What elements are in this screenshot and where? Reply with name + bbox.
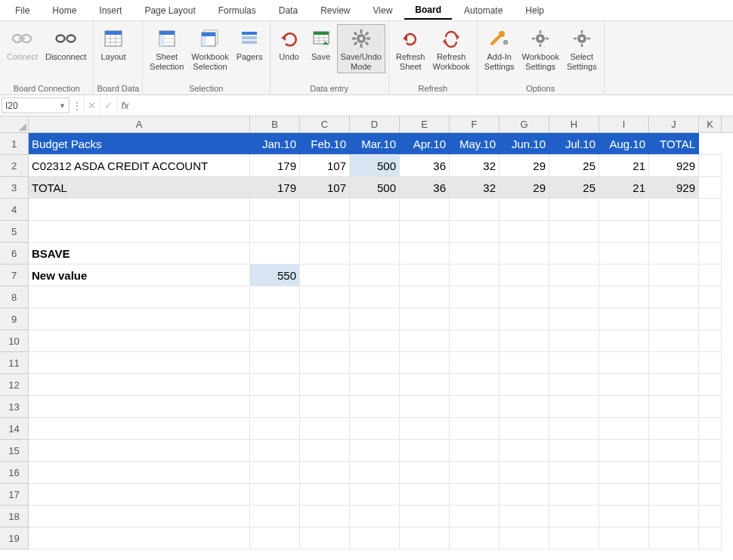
row-header-19[interactable]: 19 <box>0 528 28 549</box>
cell[interactable] <box>350 286 400 308</box>
cell[interactable] <box>300 440 350 462</box>
col-header-h[interactable]: H <box>549 116 599 132</box>
cell[interactable] <box>599 286 649 308</box>
cell[interactable] <box>499 418 549 440</box>
cells-area[interactable]: Budget Packs Jan.10 Feb.10 Mar.10 Apr.10… <box>29 133 733 560</box>
cell[interactable] <box>649 374 699 396</box>
cell-g3[interactable]: 29 <box>499 177 549 199</box>
cell[interactable] <box>29 528 250 549</box>
cell[interactable] <box>649 352 699 374</box>
cell[interactable] <box>250 440 300 462</box>
cell[interactable] <box>699 286 722 308</box>
cell[interactable] <box>499 265 549 286</box>
cell-f2[interactable]: 32 <box>450 155 499 177</box>
cell[interactable] <box>699 374 722 396</box>
cell[interactable] <box>649 330 699 352</box>
cell[interactable] <box>250 221 300 243</box>
cell[interactable] <box>649 462 699 484</box>
cell[interactable] <box>450 396 499 418</box>
row-header-4[interactable]: 4 <box>0 199 28 221</box>
cell[interactable] <box>499 199 549 221</box>
formula-cancel-icon[interactable]: ✕ <box>83 95 100 116</box>
cell[interactable] <box>400 528 450 549</box>
cell[interactable] <box>549 462 599 484</box>
cell[interactable] <box>250 286 300 308</box>
cell-e1[interactable]: Apr.10 <box>400 133 450 155</box>
cell[interactable] <box>450 462 499 484</box>
cell[interactable] <box>649 506 699 528</box>
cell-d3[interactable]: 500 <box>350 177 400 199</box>
cell[interactable] <box>350 484 400 506</box>
row-header-1[interactable]: 1 <box>0 133 28 155</box>
cell[interactable] <box>649 265 699 286</box>
cell[interactable] <box>300 418 350 440</box>
cell[interactable] <box>250 418 300 440</box>
cell[interactable] <box>250 528 300 549</box>
cell[interactable] <box>400 396 450 418</box>
cell[interactable] <box>300 528 350 549</box>
row-header-8[interactable]: 8 <box>0 286 28 308</box>
row-header-14[interactable]: 14 <box>0 418 28 440</box>
cell[interactable] <box>400 418 450 440</box>
cell[interactable] <box>499 396 549 418</box>
cell[interactable] <box>450 330 499 352</box>
cell[interactable] <box>350 462 400 484</box>
cell[interactable] <box>699 396 722 418</box>
cell[interactable] <box>549 286 599 308</box>
cell[interactable] <box>549 308 599 330</box>
cell-i2[interactable]: 21 <box>599 155 649 177</box>
connect-button[interactable]: Connect <box>3 24 42 64</box>
cell[interactable] <box>599 396 649 418</box>
cell-b2[interactable]: 179 <box>250 155 300 177</box>
cell[interactable] <box>350 528 400 549</box>
cell[interactable] <box>29 484 250 506</box>
name-box-handle[interactable]: ⋮ <box>71 95 83 116</box>
cell-a1[interactable]: Budget Packs <box>29 133 250 155</box>
cell[interactable] <box>450 352 499 374</box>
cell[interactable] <box>450 221 499 243</box>
cell[interactable] <box>400 286 450 308</box>
cell[interactable] <box>450 528 499 549</box>
cell[interactable] <box>350 396 400 418</box>
cell-a6[interactable]: BSAVE <box>29 243 250 265</box>
cell[interactable] <box>350 330 400 352</box>
cell[interactable] <box>400 243 450 265</box>
cell[interactable] <box>699 462 722 484</box>
col-header-a[interactable]: A <box>29 116 250 132</box>
cell[interactable] <box>499 221 549 243</box>
cell[interactable] <box>599 440 649 462</box>
cell[interactable] <box>350 374 400 396</box>
row-header-17[interactable]: 17 <box>0 484 28 506</box>
cell[interactable] <box>29 308 250 330</box>
cell[interactable] <box>699 221 722 243</box>
cell[interactable] <box>250 308 300 330</box>
cell[interactable] <box>499 528 549 549</box>
cell[interactable] <box>499 440 549 462</box>
refresh-workbook-button[interactable]: Refresh Workbook <box>428 24 473 73</box>
cell[interactable] <box>250 506 300 528</box>
cell[interactable] <box>549 243 599 265</box>
cell-j1[interactable]: TOTAL <box>649 133 699 155</box>
cell[interactable] <box>699 243 722 265</box>
cell[interactable] <box>599 308 649 330</box>
cell-k1[interactable] <box>699 133 722 155</box>
select-all-corner[interactable] <box>0 116 29 133</box>
cell-a5[interactable] <box>29 221 250 243</box>
menu-data[interactable]: Data <box>268 2 308 19</box>
row-header-16[interactable]: 16 <box>0 462 28 484</box>
cell[interactable] <box>250 374 300 396</box>
cell[interactable] <box>499 484 549 506</box>
cell-i1[interactable]: Aug.10 <box>599 133 649 155</box>
cell-c3[interactable]: 107 <box>300 177 350 199</box>
cell[interactable] <box>599 352 649 374</box>
save-button[interactable]: Save <box>305 24 337 64</box>
cell[interactable] <box>29 286 250 308</box>
cell[interactable] <box>699 330 722 352</box>
cell[interactable] <box>350 221 400 243</box>
cell-a7[interactable]: New value <box>29 265 250 286</box>
cell-c2[interactable]: 107 <box>300 155 350 177</box>
cell[interactable] <box>699 199 722 221</box>
cell-h3[interactable]: 25 <box>549 177 599 199</box>
row-header-15[interactable]: 15 <box>0 440 28 462</box>
cell[interactable] <box>549 440 599 462</box>
